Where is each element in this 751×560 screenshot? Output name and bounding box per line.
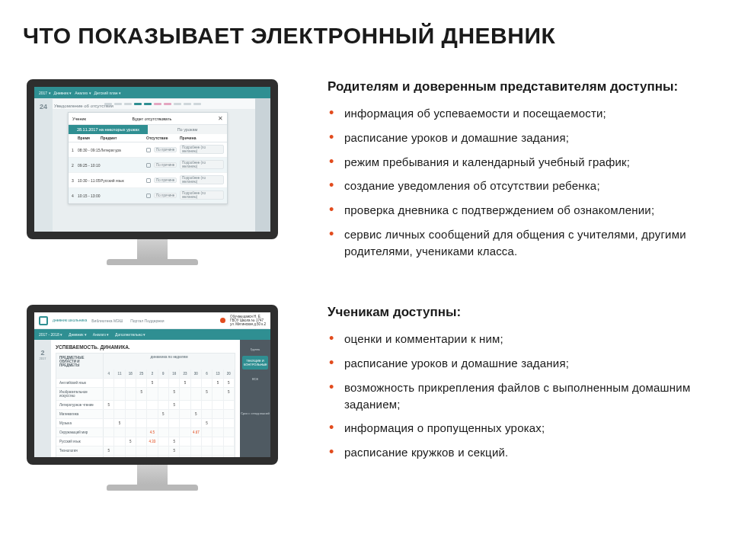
- section-parents: 2017 ▾ Дневник ▾ Анализ ▾ Детский план ▾…: [23, 79, 728, 267]
- year-dropdown[interactable]: 2017 ▾: [39, 91, 51, 95]
- tab-by-lessons[interactable]: По урокам: [148, 125, 227, 134]
- app2-logo-text: дневник школьника: [53, 318, 87, 322]
- close-icon[interactable]: ✕: [218, 115, 223, 122]
- table-row: Математика55: [56, 409, 235, 418]
- list-item: информация об успеваемости и посещаемост…: [328, 105, 728, 122]
- list-item: расписание кружков и секций.: [328, 444, 728, 461]
- link-support[interactable]: Портал Поддержки: [130, 318, 164, 323]
- parents-heading: Родителям и доверенным представителям до…: [328, 79, 728, 94]
- link-library[interactable]: Библиотека МЭШ: [91, 318, 123, 323]
- app2-header: дневник школьника Библиотека МЭШ Портал …: [34, 312, 270, 329]
- app1-date-sidebar: 24: [34, 98, 53, 232]
- notification-badge-icon[interactable]: [220, 318, 225, 323]
- app1-topbar: 2017 ▾ Дневник ▾ Анализ ▾ Детский план ▾: [34, 87, 270, 98]
- col-dynamics: динамика по неделям: [104, 354, 235, 370]
- nav-diary[interactable]: Дневник ▾: [69, 332, 87, 337]
- app1-right-rail: [255, 98, 270, 232]
- list-item: информация о пропущенных уроках;: [328, 420, 728, 437]
- checkbox[interactable]: [146, 163, 151, 168]
- table-row: Музыка55: [56, 418, 235, 427]
- table-row: Английский язык5555: [56, 378, 235, 387]
- modal-student-label: Ученик: [72, 117, 86, 121]
- table-row: Физическая культура: [56, 455, 235, 464]
- app2-right-rail: Группа ТЕКУЩИЕ И КОНТРОЛЬНЫЕ ВСЕ Срок с …: [240, 340, 270, 457]
- app2-date-sidebar: 2 2017: [34, 340, 51, 457]
- nav-diary[interactable]: Дневник ▾: [54, 91, 72, 95]
- checkbox[interactable]: [146, 148, 151, 152]
- table-row: Технология55: [56, 446, 235, 455]
- user-addr: ул. Митинская д.50 к.2: [230, 322, 266, 326]
- parents-list: информация об успеваемости и посещаемост…: [328, 105, 728, 259]
- year-dropdown[interactable]: 2017 - 2018 ▾: [39, 332, 62, 337]
- nav-extra[interactable]: Дополнительно ▾: [115, 332, 145, 337]
- list-item: проверка дневника с подтверждением об оз…: [328, 202, 728, 219]
- section-students: дневник школьника Библиотека МЭШ Портал …: [23, 305, 728, 491]
- students-heading: Ученикам доступны:: [328, 305, 728, 320]
- absence-modal: Ученик Будет отсутствовать ✕ 28.11.2017 …: [68, 112, 228, 204]
- modal-table-head: Время Предмет Отсутствие Причина: [69, 134, 227, 142]
- monitor-illustration-2: дневник школьника Библиотека МЭШ Портал …: [23, 305, 282, 491]
- nav-childplan[interactable]: Детский план ▾: [94, 91, 121, 95]
- app2-main-title: УСПЕВАЕМОСТЬ. ДИНАМИКА.: [56, 344, 235, 350]
- students-list: оценки и комментарии к ним;расписание ур…: [328, 331, 728, 461]
- list-item: сервис личных сообщений для общения с уч…: [328, 226, 728, 260]
- table-row: 310:30 - 11:05Русский языкПо причинеПодр…: [69, 173, 227, 188]
- list-item: оценки и комментарии к ним;: [328, 331, 728, 347]
- col-subjects: ПРЕДМЕТНЫЕ ОБЛАСТИ И ПРЕДМЕТЫ: [56, 354, 104, 370]
- table-row: 209:25 - 10:10По причинеПодробнее (по же…: [69, 158, 227, 173]
- list-item: расписание уроков и домашние задания;: [328, 130, 728, 146]
- app2-logo-icon: [39, 316, 48, 325]
- filter-current-control[interactable]: ТЕКУЩИЕ И КОНТРОЛЬНЫЕ: [242, 356, 268, 370]
- list-item: режим пребывания и календарный учебный г…: [328, 154, 728, 171]
- absence-banner: Уведомление об отсутствии: [39, 101, 252, 110]
- table-row: 410:15 - 13:00По причинеПодробнее (по же…: [69, 188, 227, 203]
- page-title: ЧТО ПОКАЗЫВАЕТ ЭЛЕКТРОННЫЙ ДНЕВНИК: [23, 23, 728, 49]
- list-item: создание уведомления об отсутствии ребен…: [328, 178, 728, 194]
- list-item: возможность прикрепления файлов с выполн…: [328, 379, 728, 413]
- modal-student-value: Будет отсутствовать: [133, 117, 172, 121]
- checkbox[interactable]: [146, 178, 151, 183]
- monitor-illustration-1: 2017 ▾ Дневник ▾ Анализ ▾ Детский план ▾…: [23, 79, 282, 267]
- table-row: Окружающий мир4.54.67: [56, 427, 235, 437]
- nav-analysis[interactable]: Анализ ▾: [75, 91, 91, 95]
- tab-date-active[interactable]: 28.11.2017 на некоторых уроках: [69, 125, 148, 134]
- table-row: Литературное чтение55: [56, 400, 235, 409]
- table-row: 108:30 - 09:15ЛитератураПо причинеПодроб…: [69, 142, 227, 158]
- list-item: расписание уроков и домашние задания;: [328, 355, 728, 372]
- grades-table: ПРЕДМЕТНЫЕ ОБЛАСТИ И ПРЕДМЕТЫ динамика п…: [56, 353, 235, 465]
- checkbox[interactable]: [146, 194, 151, 198]
- table-row: Русский язык54.335: [56, 437, 235, 446]
- app2-navbar: 2017 - 2018 ▾ Дневник ▾ Анализ ▾ Дополни…: [34, 329, 270, 340]
- nav-analysis[interactable]: Анализ ▾: [93, 332, 109, 337]
- table-row: Изобразительное искусство5555: [56, 387, 235, 400]
